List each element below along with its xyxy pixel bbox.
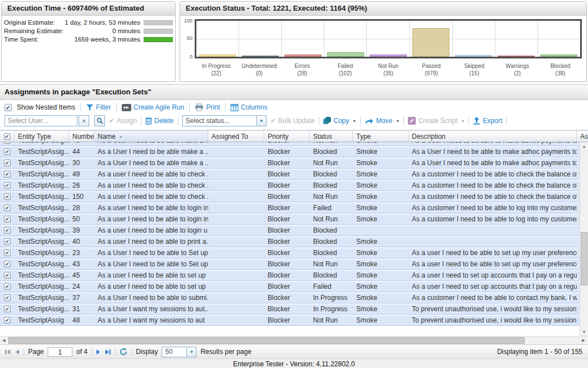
cell-number: 46 xyxy=(69,142,94,144)
row-checkbox[interactable]: ✔ xyxy=(4,261,11,267)
copy-button[interactable]: Copy ▼ xyxy=(323,117,356,125)
search-user-button[interactable] xyxy=(94,115,105,126)
row-checkbox[interactable]: ✔ xyxy=(4,249,11,256)
filter-button[interactable]: Filter xyxy=(86,103,111,111)
last-page-icon xyxy=(105,349,111,355)
row-checkbox[interactable]: ✔ xyxy=(4,205,11,211)
show-nested-checkbox[interactable]: ✔ xyxy=(4,104,12,111)
vertical-scrollbar[interactable]: ▲ ▼ xyxy=(580,142,588,336)
table-row[interactable]: ✔TestScriptAssig...28As a user I need to… xyxy=(0,202,588,213)
scroll-up-icon[interactable]: ▲ xyxy=(580,142,588,151)
cell-entity-type: TestScriptAssig... xyxy=(15,204,69,212)
create-script-button[interactable]: Create Script ▼ xyxy=(408,117,465,125)
row-checkbox[interactable]: ✔ xyxy=(4,171,11,178)
columns-button[interactable]: Columns xyxy=(231,103,267,111)
chart-column-not-run xyxy=(367,21,410,57)
columns-icon xyxy=(231,104,238,111)
cell-status: In Progress xyxy=(310,305,353,313)
print-button[interactable]: Print xyxy=(195,103,220,111)
row-checkbox[interactable]: ✔ xyxy=(4,182,11,189)
table-row[interactable]: ✔TestScriptAssig...150As a user I need t… xyxy=(0,191,588,202)
table-row[interactable]: ✔TestScriptAssig...49As a user I need to… xyxy=(0,169,588,180)
caret-down-icon: ▼ xyxy=(396,119,400,123)
scroll-down-icon[interactable]: ▼ xyxy=(580,328,588,336)
col-number[interactable]: Number xyxy=(69,131,94,142)
table-row[interactable]: ✔TestScriptAssig...30As a User I need to… xyxy=(0,157,588,169)
table-row[interactable]: ✔TestScriptAssig...46As a User I need to… xyxy=(0,142,588,146)
table-rows: ✔TestScriptAssig...46As a User I need to… xyxy=(0,142,588,326)
prev-page-button[interactable] xyxy=(15,349,20,355)
table-row[interactable]: ✔TestScriptAssig...37As a User I need to… xyxy=(0,292,588,303)
row-checkbox[interactable]: ✔ xyxy=(4,160,11,166)
table-row[interactable]: ✔TestScriptAssig...23As a User I need to… xyxy=(0,247,588,258)
table-row[interactable]: ✔TestScriptAssig...26As a user I need to… xyxy=(0,180,588,191)
col-as-clipped[interactable]: As xyxy=(577,131,588,142)
row-checkbox[interactable]: ✔ xyxy=(4,227,11,234)
row-checkbox[interactable]: ✔ xyxy=(4,272,11,279)
row-checkbox[interactable]: ✔ xyxy=(4,148,11,155)
cell-status: Not Run xyxy=(310,260,353,268)
col-description[interactable]: Description xyxy=(408,131,577,142)
table-row[interactable]: ✔TestScriptAssig...50As a user I need to… xyxy=(0,213,588,225)
delete-button[interactable]: Delete xyxy=(145,117,174,125)
row-checkbox[interactable]: ✔ xyxy=(4,283,11,290)
cell-name: As a user I need to be able to check ... xyxy=(94,193,208,201)
row-checkbox[interactable]: ✔ xyxy=(4,142,11,144)
table-row[interactable]: ✔TestScriptAssig...40As a user I need to… xyxy=(0,236,588,247)
table-row[interactable]: ✔TestScriptAssig...24As a user I need to… xyxy=(0,281,588,292)
filter-label: Filter xyxy=(96,103,111,111)
page-input[interactable]: 1 xyxy=(48,347,72,357)
table-row[interactable]: ✔TestScriptAssig...44As a User I need to… xyxy=(0,146,588,157)
col-type[interactable]: Type xyxy=(353,131,408,142)
row-checkbox[interactable]: ✔ xyxy=(4,193,11,200)
col-name[interactable]: Name ▲ xyxy=(94,131,208,142)
row-checkbox[interactable]: ✔ xyxy=(4,216,11,222)
table-row[interactable]: ✔TestScriptAssig...39As a user I need to… xyxy=(0,225,588,236)
select-user-input[interactable]: Select User... xyxy=(4,115,77,126)
execution-status-chart: 100 50 0 In Progress(22)Undetermined(0)E… xyxy=(180,16,586,77)
col-entity-type[interactable]: Entity Type xyxy=(15,131,69,142)
cell-priority: Blocker xyxy=(264,238,310,246)
table-row[interactable]: ✔TestScriptAssig...45As a user I need to… xyxy=(0,270,588,281)
stat-row: Original Estimate:1 day, 2 hours, 53 min… xyxy=(4,19,173,26)
chevron-down-icon[interactable]: ▼ xyxy=(186,347,196,357)
select-status-value: Select status... xyxy=(183,117,256,125)
row-checkbox[interactable]: ✔ xyxy=(4,294,11,301)
vertical-scroll-thumb[interactable] xyxy=(581,232,587,285)
row-checkbox[interactable]: ✔ xyxy=(4,238,11,245)
col-assigned-to[interactable]: Assigned To xyxy=(208,131,264,142)
assign-button[interactable]: ✔ Assign xyxy=(109,117,137,125)
clear-user-button[interactable]: ✕ xyxy=(79,115,89,126)
scroll-left-icon[interactable]: ◀ xyxy=(0,337,8,344)
cell-name: As a User I need to be able to submi... xyxy=(94,294,208,302)
col-status[interactable]: Status xyxy=(310,131,353,142)
table-row[interactable]: ✔TestScriptAssig...31As a User I want my… xyxy=(0,303,588,315)
bar-warnings xyxy=(498,56,535,57)
export-button[interactable]: Export xyxy=(473,117,502,125)
search-icon xyxy=(97,117,103,124)
row-checkbox[interactable]: ✔ xyxy=(4,306,11,312)
category-count: (102) xyxy=(324,70,367,77)
row-checkbox-cell: ✔ xyxy=(0,182,15,189)
stat-value: 1659 weeks, 3 minutes xyxy=(67,36,144,43)
bulk-update-button[interactable]: ✔ Bulk Update xyxy=(270,117,315,125)
row-checkbox[interactable]: ✔ xyxy=(4,317,11,324)
display-dropdown[interactable]: 50 ▼ xyxy=(162,347,196,357)
col-priority[interactable]: Priority xyxy=(264,131,310,142)
move-button[interactable]: Move ▼ xyxy=(365,117,399,125)
table-row[interactable]: ✔TestScriptAssig48As a User I want my se… xyxy=(0,315,588,326)
cell-priority: Blocker xyxy=(264,271,310,279)
select-all-checkbox[interactable]: ✔ xyxy=(4,133,11,140)
create-agile-run-button[interactable]: ▶▶ Create Agile Run xyxy=(122,103,185,111)
chevron-down-icon[interactable]: ▼ xyxy=(256,116,266,126)
last-page-button[interactable] xyxy=(105,349,111,355)
bar-not-run xyxy=(370,54,407,57)
first-page-button[interactable] xyxy=(4,349,11,355)
refresh-button[interactable] xyxy=(120,348,127,356)
select-status-dropdown[interactable]: Select status... ▼ xyxy=(182,115,267,126)
horizontal-scroll-thumb[interactable] xyxy=(8,337,525,344)
table-row[interactable]: ✔TestScriptAssig...43As a User I need to… xyxy=(0,258,588,270)
next-page-button[interactable] xyxy=(96,349,101,355)
scroll-right-icon[interactable]: ▶ xyxy=(580,337,587,344)
horizontal-scrollbar[interactable]: ◀ ▶ xyxy=(0,336,588,344)
